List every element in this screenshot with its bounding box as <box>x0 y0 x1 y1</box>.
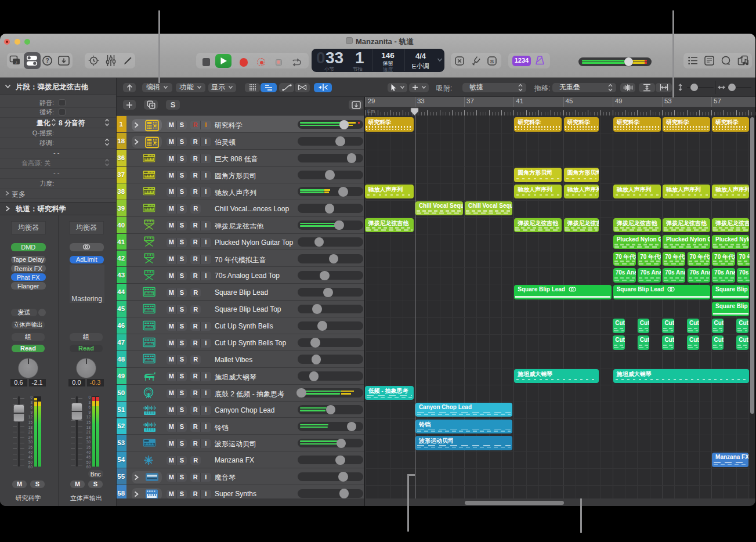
svg-text:?: ? <box>45 57 49 64</box>
svg-text:S: S <box>490 58 494 64</box>
svg-text:♪: ♪ <box>15 60 17 65</box>
